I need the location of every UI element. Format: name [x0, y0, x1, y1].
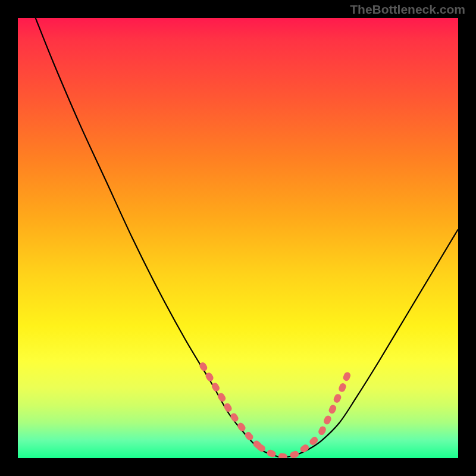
watermark-text: TheBottleneck.com	[350, 2, 465, 17]
plot-area	[18, 18, 458, 458]
highlight-group	[203, 366, 350, 457]
highlight-right-arm	[322, 368, 350, 431]
highlight-bottom	[260, 434, 320, 457]
chart-svg	[18, 18, 458, 458]
bottleneck-curve	[36, 18, 458, 458]
curve-group	[36, 18, 458, 458]
highlight-left-arm	[203, 366, 262, 449]
